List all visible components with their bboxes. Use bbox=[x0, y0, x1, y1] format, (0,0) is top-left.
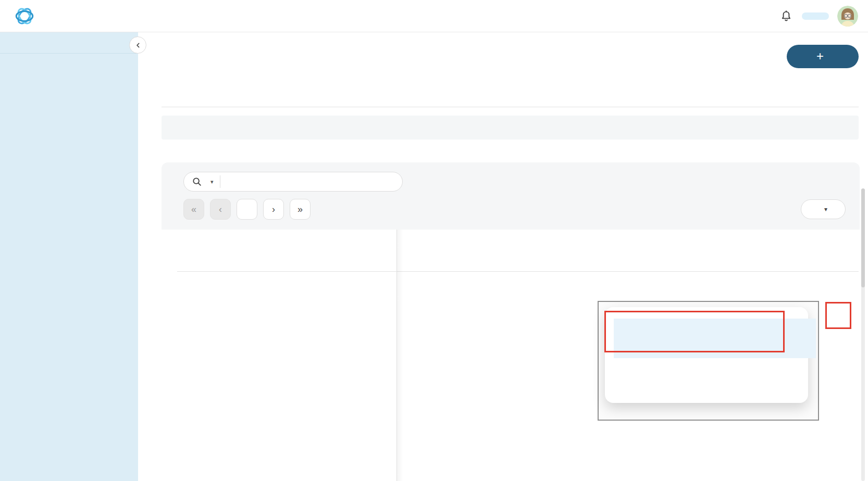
page-head: + bbox=[162, 45, 859, 68]
table-header-row bbox=[177, 230, 859, 272]
sidebar-enrolment-subitems bbox=[0, 90, 138, 94]
create-button[interactable]: + bbox=[787, 45, 859, 68]
plus-icon: + bbox=[816, 50, 824, 62]
sidebar-group-finance-head[interactable] bbox=[0, 94, 138, 120]
notification-bell-icon[interactable] bbox=[779, 9, 793, 23]
sidebar-collapse-button[interactable] bbox=[129, 36, 146, 54]
scrollbar-thumb[interactable] bbox=[861, 188, 865, 287]
menu-item-archive[interactable] bbox=[614, 369, 770, 400]
pagination-row: « ‹ › » ▾ bbox=[183, 199, 860, 220]
red-highlight-assign-to-centres bbox=[604, 311, 785, 352]
entries-summary bbox=[324, 205, 326, 214]
sidebar bbox=[0, 32, 138, 481]
topbar bbox=[0, 0, 868, 32]
littlelives-logo-icon bbox=[14, 5, 35, 27]
email-management-icon bbox=[15, 131, 29, 145]
sidebar-nav bbox=[0, 53, 138, 151]
avatar[interactable] bbox=[837, 6, 858, 27]
finance-icon bbox=[15, 100, 29, 114]
caret-down-icon: ▾ bbox=[210, 179, 214, 185]
sidebar-finance-subitems bbox=[0, 120, 138, 124]
search-icon bbox=[191, 176, 203, 187]
fee-item-table bbox=[177, 230, 859, 272]
previous-page-button[interactable]: ‹ bbox=[210, 199, 231, 220]
topbar-right bbox=[779, 6, 858, 27]
tab-bar bbox=[162, 83, 859, 107]
enrolment-icon bbox=[15, 69, 29, 83]
sidebar-group-enrolment bbox=[0, 63, 138, 94]
toolbar-row: ▾ bbox=[183, 172, 860, 192]
user-role-badge[interactable] bbox=[802, 12, 829, 20]
brand[interactable] bbox=[14, 5, 41, 27]
sidebar-group-finance bbox=[0, 94, 138, 124]
double-chevron-left-icon: « bbox=[191, 204, 196, 215]
search-box[interactable]: ▾ bbox=[183, 172, 403, 192]
entries-per-page-dropdown[interactable]: ▾ bbox=[801, 199, 846, 219]
red-highlight-kebab bbox=[825, 302, 851, 329]
last-page-button[interactable]: » bbox=[290, 199, 311, 220]
chevron-right-icon: › bbox=[272, 204, 275, 215]
entries-per-page: ▾ bbox=[794, 199, 846, 219]
sidebar-group-enrolment-head[interactable] bbox=[0, 63, 138, 90]
frozen-column-shadow bbox=[397, 230, 403, 481]
caret-down-icon: ▾ bbox=[824, 206, 827, 213]
subtab-bar bbox=[162, 116, 859, 140]
double-chevron-right-icon: » bbox=[297, 204, 303, 215]
sidebar-divider bbox=[0, 53, 138, 54]
chevron-left-icon: ‹ bbox=[219, 204, 222, 215]
first-page-button[interactable]: « bbox=[183, 199, 204, 220]
fee-configuration-page: + ▾ bbox=[0, 0, 868, 481]
toolbar-panel: ▾ « ‹ › » bbox=[162, 162, 860, 230]
search-separator bbox=[220, 175, 220, 188]
vertical-scrollbar[interactable] bbox=[861, 188, 865, 481]
current-page-button[interactable] bbox=[237, 199, 257, 220]
search-category-dropdown[interactable]: ▾ bbox=[207, 179, 214, 185]
next-page-button[interactable]: › bbox=[263, 199, 284, 220]
sidebar-item-email-management[interactable] bbox=[0, 124, 138, 151]
